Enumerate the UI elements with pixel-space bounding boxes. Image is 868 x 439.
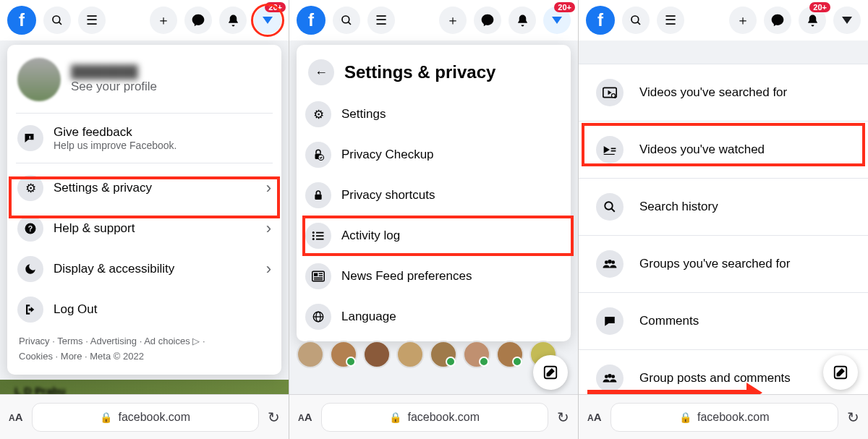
svg-point-13 bbox=[312, 235, 315, 237]
videos-searched-item[interactable]: Videos you've searched for bbox=[579, 64, 868, 121]
gear-icon: ⚙ bbox=[17, 175, 43, 201]
notifications-icon[interactable] bbox=[219, 7, 247, 34]
groups-icon bbox=[596, 365, 624, 392]
svg-rect-33 bbox=[611, 148, 616, 150]
svg-point-11 bbox=[312, 231, 315, 234]
help-support-item[interactable]: ? Help & support › bbox=[13, 208, 276, 249]
caret-down-icon bbox=[263, 17, 273, 24]
news-feed-preferences-item[interactable]: News Feed preferences bbox=[301, 256, 566, 297]
text-size-button[interactable]: AA bbox=[9, 411, 23, 423]
messenger-icon[interactable] bbox=[764, 7, 791, 34]
svg-rect-20 bbox=[319, 276, 323, 277]
story-avatar[interactable] bbox=[430, 341, 457, 368]
groups-searched-item[interactable]: Groups you've searched for bbox=[579, 236, 868, 292]
story-avatar[interactable] bbox=[396, 341, 424, 368]
story-avatar[interactable] bbox=[496, 341, 524, 368]
lock-icon bbox=[305, 182, 331, 208]
lock-icon: 🔒 bbox=[100, 412, 112, 423]
create-icon[interactable]: ＋ bbox=[150, 7, 177, 34]
reload-icon[interactable]: ↻ bbox=[557, 409, 569, 426]
privacy-checkup-item[interactable]: Privacy Checkup bbox=[301, 135, 566, 175]
display-accessibility-item[interactable]: Display & accessibility › bbox=[13, 249, 276, 289]
svg-rect-19 bbox=[319, 273, 323, 275]
notification-badge: 20+ bbox=[265, 2, 286, 12]
menu-icon[interactable]: ☰ bbox=[78, 7, 106, 34]
svg-rect-3 bbox=[30, 140, 31, 141]
svg-rect-32 bbox=[604, 154, 615, 155]
svg-line-1 bbox=[59, 22, 61, 25]
privacy-shortcuts-item[interactable]: Privacy shortcuts bbox=[301, 175, 566, 216]
svg-rect-16 bbox=[316, 239, 324, 240]
svg-rect-34 bbox=[611, 150, 616, 152]
search-history-item[interactable]: Search history bbox=[579, 179, 868, 235]
moon-icon bbox=[17, 256, 43, 282]
caret-down-icon bbox=[842, 17, 852, 24]
footer-links[interactable]: Privacy · Terms · Advertising · Ad choic… bbox=[13, 330, 276, 369]
svg-point-42 bbox=[608, 374, 612, 378]
activity-log-item[interactable]: Activity log bbox=[301, 216, 566, 256]
logout-item[interactable]: Log Out bbox=[13, 289, 276, 330]
gear-icon: ⚙ bbox=[305, 101, 331, 127]
story-avatar[interactable] bbox=[297, 341, 324, 368]
text-size-button[interactable]: AA bbox=[587, 411, 602, 423]
create-icon[interactable]: ＋ bbox=[439, 7, 467, 34]
story-avatar[interactable] bbox=[330, 341, 357, 368]
settings-privacy-item[interactable]: ⚙ Settings & privacy › bbox=[13, 168, 276, 208]
safari-toolbar: AA 🔒 facebook.com ↻ bbox=[0, 394, 289, 439]
menu-icon[interactable]: ☰ bbox=[367, 7, 395, 34]
address-bar[interactable]: 🔒 facebook.com bbox=[610, 403, 838, 432]
create-icon[interactable]: ＋ bbox=[729, 7, 757, 34]
panel-title: Settings & privacy bbox=[344, 62, 495, 82]
top-bar: f ☰ ＋ 20+ bbox=[289, 0, 578, 41]
lock-icon: 🔒 bbox=[679, 412, 692, 423]
account-menu-button[interactable]: 20+ bbox=[543, 7, 571, 34]
search-icon[interactable] bbox=[622, 7, 650, 34]
reload-icon[interactable]: ↻ bbox=[268, 409, 280, 426]
facebook-logo[interactable]: f bbox=[7, 6, 36, 35]
feedback-sub: Help us improve Facebook. bbox=[54, 140, 271, 151]
svg-point-15 bbox=[312, 238, 315, 240]
menu-icon[interactable]: ☰ bbox=[657, 7, 684, 34]
chevron-right-icon: › bbox=[266, 179, 271, 197]
comments-item[interactable]: Comments bbox=[579, 293, 868, 349]
search-icon bbox=[596, 193, 624, 221]
story-avatar[interactable] bbox=[463, 341, 490, 368]
account-menu-button[interactable]: 20+ bbox=[254, 7, 281, 34]
settings-item[interactable]: ⚙ Settings bbox=[301, 94, 566, 135]
feedback-icon bbox=[17, 125, 43, 151]
svg-rect-10 bbox=[315, 195, 321, 200]
back-button[interactable]: ← bbox=[308, 59, 334, 85]
url-text: facebook.com bbox=[118, 411, 190, 424]
notifications-icon[interactable]: 20+ bbox=[799, 7, 826, 34]
compose-button[interactable] bbox=[533, 355, 568, 390]
story-avatar[interactable] bbox=[363, 341, 391, 368]
language-item[interactable]: Language bbox=[301, 297, 566, 337]
notifications-icon[interactable] bbox=[509, 7, 536, 34]
facebook-logo[interactable]: f bbox=[297, 6, 326, 35]
search-icon[interactable] bbox=[333, 7, 360, 34]
messenger-icon[interactable] bbox=[184, 7, 212, 34]
address-bar[interactable]: 🔒 facebook.com bbox=[32, 403, 259, 432]
text-size-button[interactable]: AA bbox=[298, 411, 312, 423]
reload-icon[interactable]: ↻ bbox=[847, 409, 859, 426]
url-text: facebook.com bbox=[407, 411, 480, 424]
address-bar[interactable]: 🔒 facebook.com bbox=[321, 403, 548, 432]
account-menu-button[interactable] bbox=[833, 7, 861, 34]
chevron-right-icon: › bbox=[266, 219, 271, 238]
svg-point-41 bbox=[611, 375, 615, 378]
url-text: facebook.com bbox=[697, 411, 770, 424]
compose-button[interactable] bbox=[823, 355, 858, 390]
lock-icon: 🔒 bbox=[389, 412, 401, 423]
profile-link[interactable]: ████████ See your profile bbox=[13, 51, 276, 108]
svg-line-36 bbox=[611, 208, 615, 212]
video-play-icon bbox=[596, 136, 624, 163]
messenger-icon[interactable] bbox=[474, 7, 501, 34]
videos-watched-item[interactable]: Videos you've watched bbox=[579, 122, 868, 178]
give-feedback-item[interactable]: Give feedback Help us improve Facebook. bbox=[13, 118, 276, 158]
globe-icon bbox=[305, 304, 331, 330]
svg-point-37 bbox=[605, 260, 608, 264]
search-icon[interactable] bbox=[43, 7, 71, 34]
facebook-logo[interactable]: f bbox=[586, 6, 615, 35]
feedback-label: Give feedback bbox=[54, 125, 271, 140]
divider bbox=[16, 113, 273, 114]
